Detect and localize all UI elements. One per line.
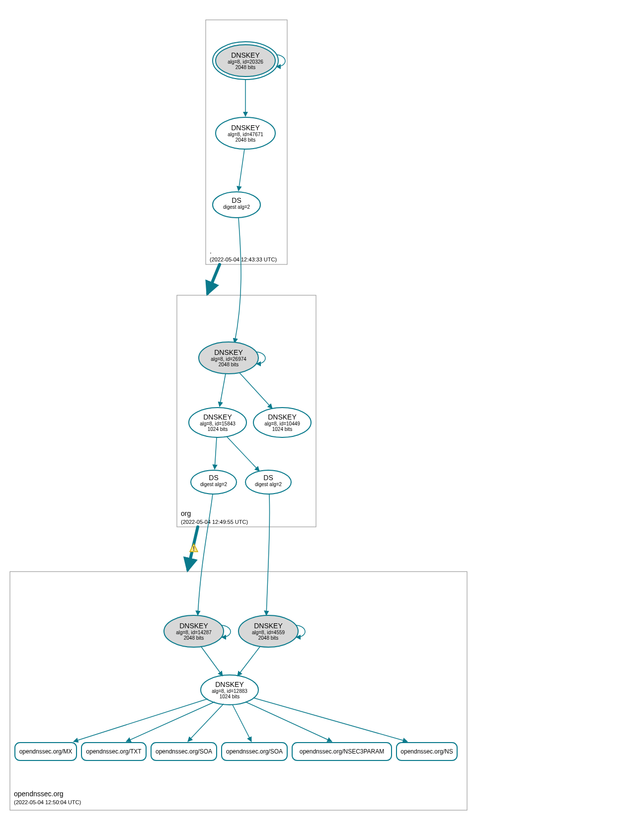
record-soa1-label: opendnssec.org/SOA [156,748,212,755]
zone-time-org: (2022-05-04 12:49:55 UTC) [181,519,248,525]
od-ksk1-line3: 2048 bits [184,635,204,641]
od-ksk2-line3: 2048 bits [258,635,279,641]
org-ds1-title: DS [209,474,218,482]
org-zsk2-line3: 1024 bits [272,426,293,432]
org-ds1-line2: digest alg=2 [200,482,228,487]
edge-zsk1-ds1 [215,437,217,469]
org-ksk-line3: 2048 bits [219,362,239,367]
org-zsk2-line2: alg=8, id=10449 [264,421,300,426]
org-zsk1-line2: alg=8, id=15843 [200,421,236,426]
root-ds-title: DS [232,196,241,204]
root-ksk-line2: alg=8, id=20326 [228,59,263,65]
org-ksk-line2: alg=8, id=26974 [211,356,246,362]
record-n3p-label: opendnssec.org/NSEC3PARAM [300,748,385,755]
edge-rootds-orgksk [235,218,241,343]
od-zsk-line3: 1024 bits [220,694,240,699]
od-ksk2-line2: alg=8, id=4559 [252,630,285,635]
org-ds2-title: DS [263,474,273,482]
zone-label-opendnssec: opendnssec.org [14,790,64,798]
od-ksk1-title: DNSKEY [179,622,208,630]
record-ns-label: opendnssec.org/NS [400,748,453,755]
zone-label-root: . [210,247,212,255]
org-zsk1-title: DNSKEY [203,413,232,421]
od-ksk1-line2: alg=8, id=14287 [176,630,212,635]
edge-ds2-odksk2 [266,494,270,615]
edge-root-to-org-delegation [208,264,220,293]
org-ds2-line2: digest alg=2 [255,482,282,487]
record-soa2-label: opendnssec.org/SOA [226,748,283,755]
root-ds-line2: digest alg=2 [223,204,250,210]
edge-ds1-odksk1 [198,494,213,615]
root-zsk-line3: 2048 bits [236,137,256,143]
edge-zsk1-ds2 [227,436,259,471]
od-zsk-title: DNSKEY [215,680,244,688]
org-zsk1-line3: 1024 bits [208,426,228,432]
root-zsk-line2: alg=8, id=47671 [228,132,263,137]
edge-zsk-txt [126,702,215,742]
zone-label-org: org [181,509,191,517]
edge-odksk2-odzsk [238,646,260,676]
edge-orgksk-zsk2 [239,373,272,409]
zone-time-root: (2022-05-04 12:43:33 UTC) [210,256,277,262]
edge-rootzsk-rootds [238,149,244,191]
record-txt-label: opendnssec.org/TXT [86,748,142,755]
edge-orgksk-zsk1 [220,374,226,407]
warning-icon: ! [190,544,198,552]
zone-time-opendnssec: (2022-05-04 12:50:04 UTC) [14,799,81,805]
root-ksk-title: DNSKEY [231,51,260,59]
svg-text:!: ! [193,545,195,552]
record-mx-label: opendnssec.org/MX [19,748,73,755]
dnssec-chain-diagram: . (2022-05-04 12:43:33 UTC) DNSKEY alg=8… [0,0,634,840]
edge-zsk-soa1 [188,704,224,742]
root-ksk-line3: 2048 bits [236,65,256,70]
od-ksk2-title: DNSKEY [254,622,283,630]
edge-zsk-ns [253,698,407,742]
org-zsk2-title: DNSKEY [268,413,297,421]
edge-odksk1-odzsk [201,646,223,676]
root-zsk-title: DNSKEY [231,124,260,132]
org-ksk-title: DNSKEY [214,348,243,356]
edge-zsk-soa2 [233,705,251,742]
od-zsk-line2: alg=8, id=12883 [212,688,247,694]
